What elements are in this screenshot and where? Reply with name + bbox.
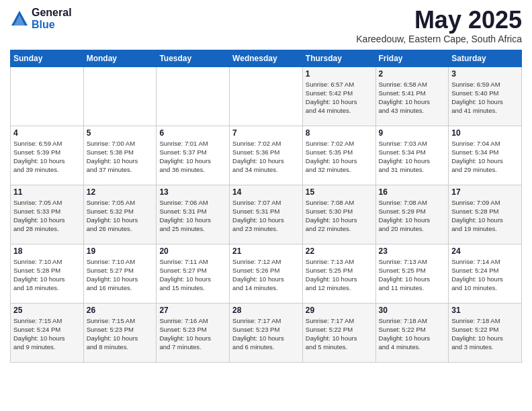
day-number: 28 [232, 306, 300, 315]
day-number: 21 [232, 246, 300, 256]
calendar-cell: 30Sunrise: 7:18 AMSunset: 5:22 PMDayligh… [375, 303, 449, 362]
day-number: 2 [379, 69, 446, 79]
day-info: Sunrise: 7:10 AMSunset: 5:28 PMDaylight:… [13, 257, 81, 293]
calendar-table: SundayMondayTuesdayWednesdayThursdayFrid… [10, 50, 522, 363]
calendar-cell: 14Sunrise: 7:07 AMSunset: 5:31 PMDayligh… [230, 185, 303, 244]
day-number: 24 [451, 246, 519, 256]
calendar-cell: 6Sunrise: 7:01 AMSunset: 5:37 PMDaylight… [157, 126, 230, 185]
day-number: 3 [451, 69, 519, 79]
day-number: 17 [451, 187, 519, 197]
calendar-cell: 22Sunrise: 7:13 AMSunset: 5:25 PMDayligh… [302, 244, 375, 303]
day-info: Sunrise: 7:15 AMSunset: 5:24 PMDaylight:… [13, 316, 81, 352]
day-number: 12 [87, 187, 154, 197]
day-info: Sunrise: 7:07 AMSunset: 5:31 PMDaylight:… [232, 198, 300, 234]
day-info: Sunrise: 7:18 AMSunset: 5:22 PMDaylight:… [451, 316, 519, 352]
day-number: 13 [159, 187, 226, 197]
day-number: 23 [379, 246, 446, 256]
calendar-cell: 25Sunrise: 7:15 AMSunset: 5:24 PMDayligh… [11, 303, 84, 362]
day-info: Sunrise: 7:03 AMSunset: 5:34 PMDaylight:… [379, 139, 446, 175]
logo-blue: Blue [32, 19, 72, 31]
calendar-cell: 19Sunrise: 7:10 AMSunset: 5:27 PMDayligh… [83, 244, 157, 303]
calendar-cell: 7Sunrise: 7:02 AMSunset: 5:36 PMDaylight… [230, 126, 303, 185]
day-info: Sunrise: 7:00 AMSunset: 5:38 PMDaylight:… [87, 139, 154, 175]
day-info: Sunrise: 7:05 AMSunset: 5:33 PMDaylight:… [13, 198, 81, 234]
logo-general: General [32, 7, 72, 19]
logo-icon [10, 9, 29, 28]
calendar-cell: 4Sunrise: 6:59 AMSunset: 5:39 PMDaylight… [11, 126, 84, 185]
week-row: 18Sunrise: 7:10 AMSunset: 5:28 PMDayligh… [11, 244, 522, 303]
day-info: Sunrise: 6:58 AMSunset: 5:41 PMDaylight:… [379, 80, 446, 116]
day-info: Sunrise: 6:57 AMSunset: 5:42 PMDaylight:… [306, 80, 373, 116]
day-number: 30 [379, 306, 446, 315]
day-header-friday: Friday [375, 50, 449, 66]
calendar-cell: 28Sunrise: 7:17 AMSunset: 5:23 PMDayligh… [230, 303, 303, 362]
day-info: Sunrise: 7:10 AMSunset: 5:27 PMDaylight:… [87, 257, 154, 293]
day-info: Sunrise: 7:15 AMSunset: 5:23 PMDaylight:… [87, 316, 154, 352]
day-number: 8 [306, 128, 373, 138]
day-number: 22 [306, 246, 373, 256]
logo: General Blue [10, 7, 72, 30]
day-number: 11 [13, 187, 81, 197]
day-info: Sunrise: 7:05 AMSunset: 5:32 PMDaylight:… [87, 198, 154, 234]
calendar-cell: 17Sunrise: 7:09 AMSunset: 5:28 PMDayligh… [449, 185, 522, 244]
day-info: Sunrise: 6:59 AMSunset: 5:40 PMDaylight:… [451, 80, 519, 116]
calendar-cell: 12Sunrise: 7:05 AMSunset: 5:32 PMDayligh… [83, 185, 157, 244]
calendar-cell: 15Sunrise: 7:08 AMSunset: 5:30 PMDayligh… [302, 185, 375, 244]
day-info: Sunrise: 7:09 AMSunset: 5:28 PMDaylight:… [451, 198, 519, 234]
calendar-cell: 31Sunrise: 7:18 AMSunset: 5:22 PMDayligh… [449, 303, 522, 362]
week-row: 1Sunrise: 6:57 AMSunset: 5:42 PMDaylight… [11, 66, 522, 126]
day-info: Sunrise: 7:17 AMSunset: 5:22 PMDaylight:… [306, 316, 373, 352]
day-header-monday: Monday [83, 50, 157, 66]
calendar-cell [230, 66, 303, 126]
calendar-cell: 20Sunrise: 7:11 AMSunset: 5:27 PMDayligh… [157, 244, 230, 303]
day-number: 19 [87, 246, 154, 256]
day-number: 29 [306, 306, 373, 315]
day-number: 18 [13, 246, 81, 256]
calendar-cell: 1Sunrise: 6:57 AMSunset: 5:42 PMDaylight… [302, 66, 375, 126]
day-info: Sunrise: 6:59 AMSunset: 5:39 PMDaylight:… [13, 139, 81, 175]
day-number: 27 [159, 306, 226, 315]
page-header: General Blue May 2025 Kareedouw, Eastern… [10, 7, 522, 44]
calendar-cell: 5Sunrise: 7:00 AMSunset: 5:38 PMDaylight… [83, 126, 157, 185]
day-info: Sunrise: 7:17 AMSunset: 5:23 PMDaylight:… [232, 316, 300, 352]
day-info: Sunrise: 7:13 AMSunset: 5:25 PMDaylight:… [379, 257, 446, 293]
day-header-saturday: Saturday [449, 50, 522, 66]
calendar-cell: 16Sunrise: 7:08 AMSunset: 5:29 PMDayligh… [375, 185, 449, 244]
location: Kareedouw, Eastern Cape, South Africa [356, 34, 522, 44]
week-row: 4Sunrise: 6:59 AMSunset: 5:39 PMDaylight… [11, 126, 522, 185]
day-header-wednesday: Wednesday [230, 50, 303, 66]
day-number: 16 [379, 187, 446, 197]
day-info: Sunrise: 7:04 AMSunset: 5:34 PMDaylight:… [451, 139, 519, 175]
day-number: 1 [306, 69, 373, 79]
calendar-cell: 2Sunrise: 6:58 AMSunset: 5:41 PMDaylight… [375, 66, 449, 126]
day-header-sunday: Sunday [11, 50, 84, 66]
day-number: 5 [87, 128, 154, 138]
day-info: Sunrise: 7:18 AMSunset: 5:22 PMDaylight:… [379, 316, 446, 352]
day-info: Sunrise: 7:12 AMSunset: 5:26 PMDaylight:… [232, 257, 300, 293]
day-header-thursday: Thursday [302, 50, 375, 66]
day-number: 25 [13, 306, 81, 315]
calendar-cell: 18Sunrise: 7:10 AMSunset: 5:28 PMDayligh… [11, 244, 84, 303]
calendar-cell: 24Sunrise: 7:14 AMSunset: 5:24 PMDayligh… [449, 244, 522, 303]
day-number: 31 [451, 306, 519, 315]
calendar-cell [83, 66, 157, 126]
day-number: 6 [159, 128, 226, 138]
day-info: Sunrise: 7:16 AMSunset: 5:23 PMDaylight:… [159, 316, 226, 352]
day-number: 7 [232, 128, 300, 138]
month-title: May 2025 [356, 7, 522, 34]
calendar-cell: 23Sunrise: 7:13 AMSunset: 5:25 PMDayligh… [375, 244, 449, 303]
day-info: Sunrise: 7:02 AMSunset: 5:35 PMDaylight:… [306, 139, 373, 175]
calendar-cell: 11Sunrise: 7:05 AMSunset: 5:33 PMDayligh… [11, 185, 84, 244]
day-info: Sunrise: 7:08 AMSunset: 5:30 PMDaylight:… [306, 198, 373, 234]
day-number: 9 [379, 128, 446, 138]
calendar-cell: 10Sunrise: 7:04 AMSunset: 5:34 PMDayligh… [449, 126, 522, 185]
calendar-cell: 29Sunrise: 7:17 AMSunset: 5:22 PMDayligh… [302, 303, 375, 362]
day-info: Sunrise: 7:11 AMSunset: 5:27 PMDaylight:… [159, 257, 226, 293]
week-row: 25Sunrise: 7:15 AMSunset: 5:24 PMDayligh… [11, 303, 522, 362]
calendar-cell: 21Sunrise: 7:12 AMSunset: 5:26 PMDayligh… [230, 244, 303, 303]
logo-text: General Blue [32, 7, 72, 30]
day-header-tuesday: Tuesday [157, 50, 230, 66]
day-info: Sunrise: 7:13 AMSunset: 5:25 PMDaylight:… [306, 257, 373, 293]
title-block: May 2025 Kareedouw, Eastern Cape, South … [356, 7, 522, 44]
day-number: 26 [87, 306, 154, 315]
